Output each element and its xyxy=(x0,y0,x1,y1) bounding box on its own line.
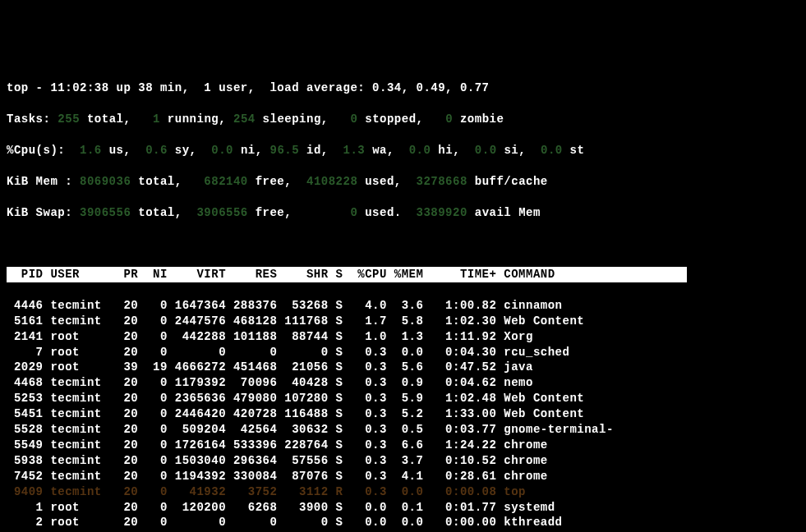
table-header-row: PID USER PR NI VIRT RES SHR S %CPU %MEM … xyxy=(7,267,799,282)
process-row: 4446 tecmint 20 0 1647364 288376 53268 S… xyxy=(7,298,799,314)
summary-line-cpu: %Cpu(s): 1.6 us, 0.6 sy, 0.0 ni, 96.5 id… xyxy=(7,143,799,158)
summary-line-uptime: top - 11:02:38 up 38 min, 1 user, load a… xyxy=(7,80,799,96)
process-row: 2141 root 20 0 442288 101188 88744 S 1.0… xyxy=(7,329,799,345)
process-row: 5938 tecmint 20 0 1503040 296364 57556 S… xyxy=(7,453,799,469)
process-list: 4446 tecmint 20 0 1647364 288376 53268 S… xyxy=(7,298,799,532)
summary-line-swap: KiB Swap: 3906556 total, 3906556 free, 0… xyxy=(7,205,799,221)
summary-line-mem: KiB Mem : 8069036 total, 682140 free, 41… xyxy=(7,174,799,190)
process-row: 1 root 20 0 120200 6268 3900 S 0.0 0.1 0… xyxy=(7,500,799,516)
summary-line-tasks: Tasks: 255 total, 1 running, 254 sleepin… xyxy=(7,112,799,127)
process-row: 4468 tecmint 20 0 1179392 70096 40428 S … xyxy=(7,375,799,391)
process-row: 7452 tecmint 20 0 1194392 330084 87076 S… xyxy=(7,469,799,484)
process-row: 5528 tecmint 20 0 509204 42564 30632 S 0… xyxy=(7,422,799,438)
process-row: 5549 tecmint 20 0 1726164 533396 228764 … xyxy=(7,438,799,453)
process-row: 7 root 20 0 0 0 0 S 0.3 0.0 0:04.30 rcu_… xyxy=(7,345,799,360)
process-row: 9409 tecmint 20 0 41932 3752 3112 R 0.3 … xyxy=(7,484,799,500)
process-row: 5253 tecmint 20 0 2365636 479080 107280 … xyxy=(7,391,799,406)
process-row: 2 root 20 0 0 0 0 S 0.0 0.0 0:00.00 kthr… xyxy=(7,515,799,530)
terminal[interactable]: top - 11:02:38 up 38 min, 1 user, load a… xyxy=(7,66,799,532)
blank-line xyxy=(7,236,799,251)
process-row: 5451 tecmint 20 0 2446420 420728 116488 … xyxy=(7,406,799,422)
process-row: 2029 root 39 19 4666272 451468 21056 S 0… xyxy=(7,360,799,375)
process-row: 5161 tecmint 20 0 2447576 468128 111768 … xyxy=(7,314,799,329)
